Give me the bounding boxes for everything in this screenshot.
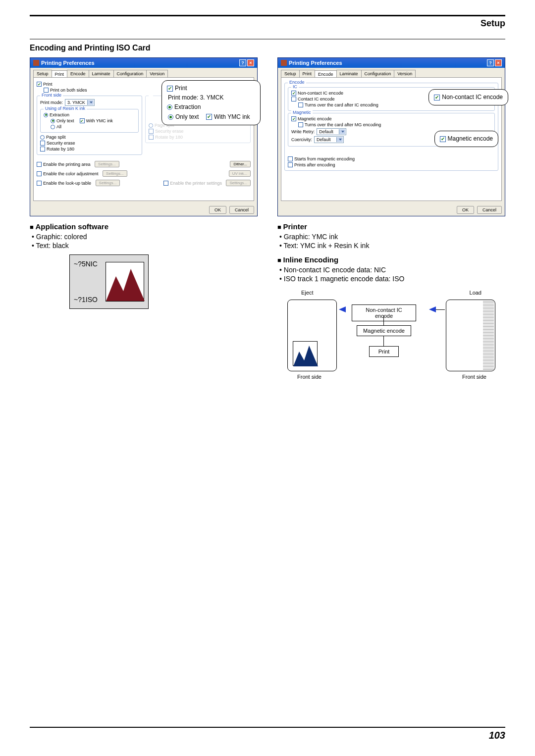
starts-mag-checkbox[interactable]: [288, 156, 293, 161]
arrow-icon: [429, 306, 436, 312]
magnetic-encode-label: Magnetic encode: [298, 116, 332, 121]
cancel-button[interactable]: Cancel: [229, 206, 254, 214]
print-mode-select[interactable]: 3. YMCK: [65, 99, 95, 106]
extraction-radio[interactable]: [44, 113, 48, 117]
tab-print[interactable]: Print: [299, 70, 316, 77]
magnetic-legend: Magnetic: [291, 110, 313, 115]
card-front-left: [287, 300, 337, 371]
print-callout: ✔Print Print mode: 3. YMCK Extraction On…: [161, 80, 261, 125]
printer-bullet: Text: YMC ink + Resin K ink: [279, 242, 505, 250]
coercivity-select[interactable]: Default: [314, 136, 344, 143]
page-split-radio[interactable]: [40, 135, 45, 140]
card-sample-diagram: ~?5NIC ~?1ISO: [69, 254, 149, 309]
close-button[interactable]: ×: [247, 59, 254, 66]
extraction-label: Extraction: [50, 112, 69, 117]
noncontact-ic-checkbox[interactable]: ✔: [291, 91, 296, 96]
prints-after-checkbox[interactable]: [288, 162, 293, 167]
close-button[interactable]: ×: [495, 59, 502, 66]
with-ymc-label: With YMC ink: [86, 118, 113, 123]
noncontact-ic-label: Non-contact IC encode: [298, 91, 343, 96]
app-sw-bullet: Graphic: colored: [32, 233, 258, 241]
write-retry-label: Write Retry:: [291, 129, 315, 134]
enable-color-label: Enable the color adjustment: [43, 171, 99, 176]
ok-button[interactable]: OK: [209, 206, 226, 214]
enable-print-area-checkbox[interactable]: [37, 162, 42, 167]
rotate-label: Rotate by 180: [47, 147, 74, 151]
turns-mg-label: Turns over the card after MG encoding: [305, 122, 381, 127]
card-nic-text: ~?5NIC: [74, 260, 98, 268]
ic-legend: IC: [291, 84, 299, 89]
app-icon: [281, 60, 287, 66]
inline-head: Inline Encoding: [277, 255, 505, 264]
tab-setup[interactable]: Setup: [33, 70, 52, 77]
magnetic-encode-checkbox[interactable]: ✔: [291, 116, 296, 121]
turns-mg-checkbox[interactable]: [298, 122, 303, 127]
svg-marker-0: [106, 269, 145, 301]
inline-bullet: Non-contact IC encode data: NIC: [279, 266, 505, 274]
card-front-right: [446, 300, 495, 371]
with-ymc-checkbox[interactable]: ✔: [80, 118, 85, 123]
app-sw-head: Application software: [30, 222, 258, 231]
tab-laminate[interactable]: Laminate: [336, 70, 362, 77]
print-label: Print: [43, 82, 53, 87]
settings-button-4[interactable]: Settings...: [226, 180, 251, 186]
page-number: 103: [30, 730, 505, 741]
security-erase-checkbox[interactable]: [40, 141, 45, 146]
tab-configuration[interactable]: Configuration: [361, 70, 395, 77]
inline-bullet: ISO track 1 magnetic encode data: ISO: [279, 275, 505, 283]
print-checkbox[interactable]: ✔: [37, 82, 42, 87]
enable-printer-settings-checkbox[interactable]: [163, 181, 168, 186]
section-title: Encoding and Printing ISO Card: [30, 44, 505, 52]
rotate-checkbox[interactable]: [40, 147, 45, 151]
app-icon: [33, 60, 39, 66]
settings-button-3[interactable]: Settings...: [96, 180, 120, 186]
tab-setup[interactable]: Setup: [281, 70, 300, 77]
app-sw-bullet: Text: black: [32, 242, 258, 250]
flow-diagram: Eject Load Non-contact IC encode Magneti…: [277, 290, 505, 389]
enable-color-checkbox[interactable]: [37, 171, 42, 176]
page-header: Setup: [30, 18, 505, 29]
arrow-icon: [339, 306, 346, 312]
tab-version[interactable]: Version: [394, 70, 416, 77]
settings-button-2[interactable]: Settings...: [103, 170, 127, 177]
tab-print[interactable]: Print: [52, 70, 68, 78]
enable-lut-checkbox[interactable]: [37, 181, 42, 186]
only-text-radio[interactable]: [51, 119, 55, 123]
dither-button[interactable]: Dither...: [230, 161, 251, 167]
dialog-title: Printing Preferences: [41, 60, 95, 66]
contact-ic-checkbox[interactable]: [291, 97, 296, 101]
all-radio[interactable]: [51, 125, 55, 129]
flow-print-box: Print: [369, 346, 399, 357]
tab-version[interactable]: Version: [146, 70, 168, 77]
card-iso-text: ~?1ISO: [74, 296, 98, 303]
tab-bar: Setup Print Encode Laminate Configuratio…: [281, 70, 502, 77]
turns-ic-checkbox[interactable]: [298, 102, 303, 107]
encode-callout-nc: ✔Non-contact IC encode: [428, 89, 508, 105]
ok-button[interactable]: OK: [457, 206, 474, 214]
cancel-button[interactable]: Cancel: [477, 206, 502, 214]
tab-laminate[interactable]: Laminate: [89, 70, 114, 77]
print-both-checkbox[interactable]: [44, 88, 49, 93]
all-label: All: [56, 124, 61, 129]
contact-ic-label: Contact IC encode: [298, 97, 335, 101]
starts-mag-label: Starts from magnetic encoding: [294, 156, 355, 161]
flow-mag-box: Magnetic encode: [357, 325, 411, 336]
only-text-label: Only text: [56, 118, 74, 123]
turns-ic-label: Turns over the card after IC encoding: [305, 102, 378, 107]
coercivity-label: Coercivity:: [291, 137, 312, 142]
svg-marker-1: [293, 346, 318, 366]
write-retry-select[interactable]: Default: [317, 128, 346, 135]
encode-callout-mag: ✔Magnetic encode: [434, 131, 498, 147]
security-erase-label: Security erase: [47, 141, 75, 146]
page-split-label: Page split: [46, 135, 66, 140]
dialog-title: Printing Preferences: [289, 60, 342, 66]
tab-configuration[interactable]: Configuration: [113, 70, 147, 77]
uvink-button[interactable]: UV ink...: [229, 170, 251, 177]
printer-bullet: Graphic: YMC ink: [279, 233, 505, 241]
tab-encode[interactable]: Encode: [67, 70, 89, 77]
help-button[interactable]: ?: [239, 59, 246, 66]
tab-encode[interactable]: Encode: [315, 70, 337, 78]
settings-button-1[interactable]: Settings...: [95, 161, 119, 167]
help-button[interactable]: ?: [487, 59, 494, 66]
print-both-label: Print on both sides: [50, 88, 87, 93]
